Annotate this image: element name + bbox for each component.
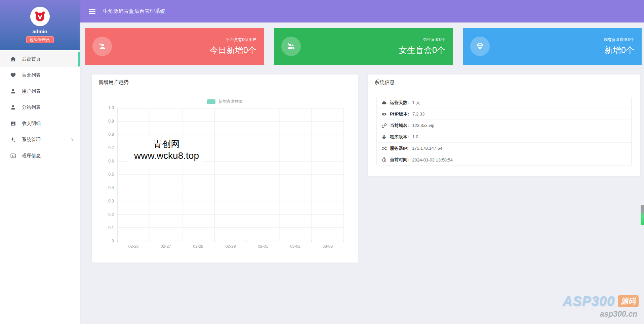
avatar[interactable] <box>30 7 50 26</box>
stopwatch-icon <box>381 157 387 163</box>
info-label: 服务器IP: <box>390 145 409 151</box>
chart-legend[interactable]: 新增盲盒数量 <box>92 99 358 104</box>
bull-logo-icon <box>33 10 47 23</box>
x-axis-labels: 02-26 02-27 02-28 02-29 03-01 03-02 03-0… <box>117 244 344 249</box>
eye-icon <box>381 111 387 117</box>
watermark-site: asp300.cn <box>563 310 637 319</box>
id-card-icon <box>10 121 16 127</box>
corner-watermark: ASP300 源码 asp300.cn <box>563 293 639 319</box>
sidebar-profile: admin 超级管理员 <box>0 0 80 50</box>
sidebar-item-user-list[interactable]: 用户列表 <box>0 83 80 99</box>
info-value: 2024-03-03 13:58:54 <box>412 157 453 163</box>
terminal-icon <box>10 153 16 159</box>
watermark-badge: 源码 <box>618 295 639 307</box>
legend-swatch <box>207 99 215 104</box>
stat-cards-row: 平台共有0位用户 今日新增0个 男生盲盒0个 女生盲盒0个 现有盲盒数量0个 新… <box>85 28 642 65</box>
y-tick: 0.6 <box>108 159 114 164</box>
list-item: 运营天数: 1 天 <box>377 97 631 108</box>
info-label: 当前时间: <box>390 157 409 163</box>
chart-panel: 新增用户趋势 新增盲盒数量 1.0 0.9 0.8 0.7 0.6 0.5 0.… <box>92 75 358 263</box>
stat-card-subtitle: 现有盲盒数量0个 <box>604 37 634 42</box>
sidebar-item-substation-list[interactable]: 分站列表 <box>0 99 80 115</box>
main-content: 平台共有0位用户 今日新增0个 男生盲盒0个 女生盲盒0个 现有盲盒数量0个 新… <box>80 22 644 324</box>
sidebar-item-label: 分站列表 <box>22 104 41 110</box>
username: admin <box>32 29 47 34</box>
x-tick: 03-01 <box>247 244 279 249</box>
system-info-panel: 系统信息 运营天数: 1 天 PHP版本: 7.2.33 当 <box>368 75 640 176</box>
robot-icon <box>381 134 387 140</box>
sidebar-item-income-detail[interactable]: 收支明细 <box>0 115 80 132</box>
chart-watermark: 青创网 www.wcku8.top <box>129 136 204 165</box>
x-tick: 02-26 <box>117 244 150 249</box>
system-panel-title: 系统信息 <box>368 75 640 90</box>
stat-card-text: 男生盲盒0个 女生盲盒0个 <box>399 37 445 56</box>
home-icon <box>10 56 16 62</box>
sidebar-item-dashboard[interactable]: 后台首页 <box>0 51 80 67</box>
shuffle-icon <box>381 146 387 151</box>
info-value: 1 天 <box>412 100 420 106</box>
x-axis-ticks <box>117 241 344 242</box>
user-icon <box>10 104 16 110</box>
sidebar-item-label: 系统管理 <box>22 137 41 143</box>
x-tick: 02-27 <box>150 244 182 249</box>
y-tick: 1.0 <box>108 105 114 110</box>
y-tick: 0.4 <box>108 185 114 190</box>
stat-card-subtitle: 男生盲盒0个 <box>399 37 445 42</box>
sidebar-item-label: 程序信息 <box>22 153 41 159</box>
watermark-text: 青创网 <box>134 138 199 150</box>
sidebar-item-program-info[interactable]: 程序信息 <box>0 148 80 164</box>
stat-card-boxes-gender: 男生盲盒0个 女生盲盒0个 <box>274 28 453 65</box>
info-label: 当前域名: <box>390 123 409 129</box>
sidebar: admin 超级管理员 后台首页 盲盒列表 用户列表 分站列表 <box>0 0 80 324</box>
y-tick: 0.2 <box>108 212 114 217</box>
stat-card-title: 女生盲盒0个 <box>399 45 445 56</box>
x-tick: 02-29 <box>214 244 247 249</box>
cloud-icon <box>381 100 387 105</box>
y-tick: 0.7 <box>108 145 114 150</box>
info-value: 1.0 <box>412 134 418 139</box>
sidebar-item-label: 盲盒列表 <box>22 72 41 78</box>
scrollbar-thumb[interactable] <box>641 205 644 225</box>
stat-card-title: 新增0个 <box>604 45 634 56</box>
x-tick: 03-02 <box>279 244 311 249</box>
info-label: 运营天数: <box>390 100 409 106</box>
heart-icon <box>10 72 16 78</box>
watermark-brand: ASP300 <box>563 293 615 309</box>
person-add-icon <box>92 37 112 56</box>
chart-plot-area: 1.0 0.9 0.8 0.7 0.6 0.5 0.4 0.3 0.2 0.1 … <box>117 108 344 241</box>
list-item: 程序版本: 1.0 <box>377 131 631 143</box>
stat-card-title: 今日新增0个 <box>210 45 256 56</box>
list-item: PHP版本: 7.2.33 <box>377 108 631 120</box>
info-value: 123.rlxx.vip <box>412 123 434 128</box>
list-item: 服务器IP: 175.178.147.64 <box>377 143 631 154</box>
y-tick: 0.1 <box>108 225 114 230</box>
info-label: 程序版本: <box>390 134 409 140</box>
chart-panel-title: 新增用户趋势 <box>92 75 358 90</box>
sidebar-item-system-settings[interactable]: 系统管理 <box>0 132 80 148</box>
stat-card-boxes-total: 现有盲盒数量0个 新增0个 <box>463 28 642 65</box>
diamond-icon <box>470 37 490 56</box>
watermark-url: www.wcku8.top <box>134 150 199 162</box>
y-tick: 0.8 <box>108 132 114 137</box>
sparkles-icon <box>10 137 16 143</box>
sidebar-menu: 后台首页 盲盒列表 用户列表 分站列表 收支明细 <box>0 50 80 164</box>
chevron-right-icon <box>70 138 74 142</box>
y-tick: 0.9 <box>108 119 114 124</box>
app-title: 牛角源码盲盒后台管理系统 <box>103 8 165 14</box>
info-label: PHP版本: <box>390 111 409 117</box>
sidebar-item-box-list[interactable]: 盲盒列表 <box>0 67 80 83</box>
stat-card-subtitle: 平台共有0位用户 <box>210 37 256 42</box>
role-badge: 超级管理员 <box>26 36 54 43</box>
system-info-list: 运营天数: 1 天 PHP版本: 7.2.33 当前域名: 123.rlxx.v… <box>376 97 632 166</box>
y-axis-labels: 1.0 0.9 0.8 0.7 0.6 0.5 0.4 0.3 0.2 0.1 … <box>98 105 114 243</box>
x-tick: 02-28 <box>182 244 214 249</box>
link-icon <box>381 123 387 128</box>
stat-card-users: 平台共有0位用户 今日新增0个 <box>85 28 264 65</box>
menu-toggle-icon[interactable] <box>89 9 95 14</box>
y-tick: 0 <box>112 239 114 243</box>
sidebar-item-label: 用户列表 <box>22 88 41 94</box>
legend-label: 新增盲盒数量 <box>219 99 243 104</box>
sidebar-item-label: 后台首页 <box>22 56 41 62</box>
stat-card-text: 平台共有0位用户 今日新增0个 <box>210 37 256 56</box>
active-indicator <box>78 52 80 66</box>
